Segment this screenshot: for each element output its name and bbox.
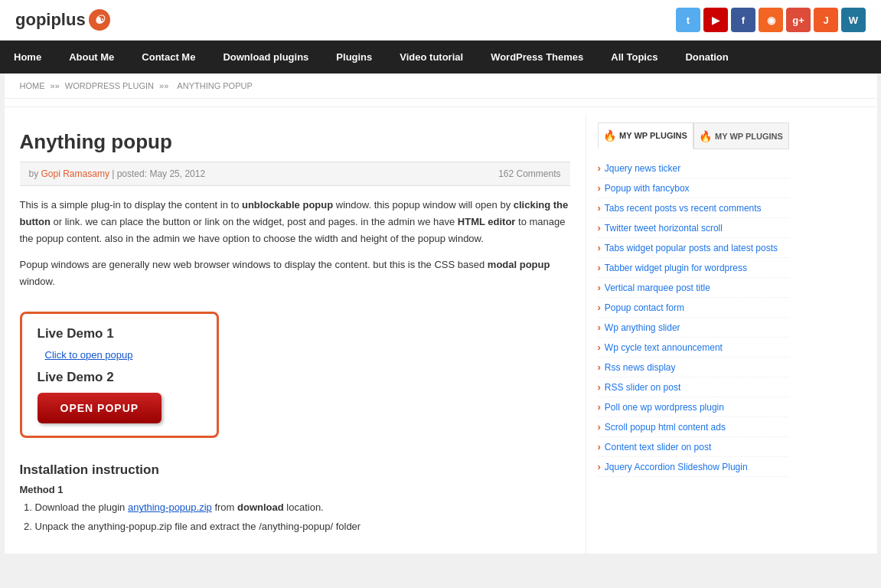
sidebar-plugin-link-6[interactable]: Vertical marquee post title: [605, 283, 710, 293]
install-steps-list: Download the plugin anything-popup.zip f…: [20, 500, 570, 535]
sidebar-plugin-link-13[interactable]: Scroll popup html content ads: [605, 422, 726, 433]
bold-modal: modal popup: [488, 259, 550, 270]
sidebar-tab-2[interactable]: 🔥 MY WP PLUGINS: [693, 122, 789, 149]
post-body: This is a simple plug-in to display the …: [20, 197, 570, 290]
sidebar-plugin-item: Vertical marquee post title: [598, 278, 789, 298]
sidebar-plugin-item: Jquery Accordion Slideshow Plugin: [598, 457, 789, 477]
sidebar-plugin-item: Tabs recent posts vs recent comments: [598, 198, 789, 218]
bold-unblockable: unblockable popup: [242, 199, 333, 211]
sidebar-plugin-item: Poll one wp wordpress plugin: [598, 397, 789, 417]
wordpress-icon[interactable]: W: [841, 8, 866, 32]
nav-contact[interactable]: Contact Me: [128, 41, 209, 74]
sidebar-plugin-link-14[interactable]: Content text slider on post: [605, 442, 711, 452]
flame-icon-2: 🔥: [699, 130, 712, 142]
sidebar-tab2-label: MY WP PLUGINS: [715, 132, 783, 141]
sidebar-plugin-item: Rss news display: [598, 358, 789, 377]
demo2-title: Live Demo 2: [38, 370, 201, 385]
sidebar-plugin-item: Scroll popup html content ads: [598, 417, 789, 437]
post-author: by Gopi Ramasamy | posted: May 25, 2012: [29, 168, 206, 179]
sidebar-plugin-link-15[interactable]: Jquery Accordion Slideshow Plugin: [605, 462, 748, 472]
post-paragraph-2: Popup windows are generally new web brow…: [20, 256, 570, 290]
flame-icon-1: 🔥: [603, 129, 616, 142]
nav-topics[interactable]: All Topics: [597, 41, 671, 74]
logo-text: gopiplus: [15, 10, 86, 30]
nav-themes[interactable]: WordPress Themes: [477, 41, 597, 74]
sidebar-plugins-list: Jquery news tickerPopup with fancyboxTab…: [598, 158, 789, 477]
nav-about[interactable]: About Me: [55, 41, 128, 74]
sidebar-plugin-item: Twitter tweet horizontal scroll: [598, 218, 789, 238]
sidebar-plugin-item: Wp cycle text announcement: [598, 338, 789, 358]
twitter-icon[interactable]: t: [676, 8, 700, 32]
nav-donation[interactable]: Donation: [671, 41, 742, 74]
install-title: Installation instruction: [20, 462, 570, 478]
install-step-2: Unpack the anything-popup.zip file and e…: [35, 519, 570, 535]
content-wrapper: Anything popup by Gopi Ramasamy | posted…: [5, 115, 877, 554]
sidebar-tabs: 🔥 MY WP PLUGINS 🔥 MY WP PLUGINS: [598, 122, 789, 149]
nav-download[interactable]: Download plugins: [209, 41, 322, 74]
sidebar-plugin-item: Popup contact form: [598, 298, 789, 318]
breadcrumb: HOME »» WORDPRESS PLUGIN »» ANYTHING POP…: [5, 74, 877, 99]
sidebar-plugin-item: Tabber widget plugin for wordpress: [598, 258, 789, 278]
sidebar-plugin-item: Wp anything slider: [598, 318, 789, 338]
sidebar-plugin-link-0[interactable]: Jquery news ticker: [605, 163, 680, 174]
sidebar-plugin-link-7[interactable]: Popup contact form: [605, 302, 684, 313]
post-comments: 162 Comments: [498, 168, 560, 179]
sidebar-plugin-link-12[interactable]: Poll one wp wordpress plugin: [605, 402, 724, 413]
download-link[interactable]: anything-popup.zip: [128, 501, 212, 513]
demo-box: Live Demo 1 Click to open popup Live Dem…: [20, 312, 219, 438]
site-logo[interactable]: gopiplus ☯: [15, 9, 110, 31]
page-wrapper: HOME »» WORDPRESS PLUGIN »» ANYTHING POP…: [5, 74, 877, 554]
sidebar-plugin-link-8[interactable]: Wp anything slider: [605, 322, 680, 333]
sidebar-plugin-link-5[interactable]: Tabber widget plugin for wordpress: [605, 263, 747, 273]
post-paragraph-1: This is a simple plug-in to display the …: [20, 197, 570, 247]
logo-icon: ☯: [89, 9, 110, 31]
social-icons-bar: t ▶ f ◉ g+ J W: [676, 8, 866, 32]
page-header: gopiplus ☯ t ▶ f ◉ g+ J W: [0, 0, 881, 41]
sidebar-plugin-link-2[interactable]: Tabs recent posts vs recent comments: [605, 203, 762, 214]
sidebar-plugin-item: Content text slider on post: [598, 437, 789, 457]
sidebar-plugin-item: Popup with fancybox: [598, 178, 789, 198]
breadcrumb-home[interactable]: HOME: [20, 81, 45, 90]
sidebar-plugin-item: Tabs widget popular posts and latest pos…: [598, 238, 789, 258]
facebook-icon[interactable]: f: [731, 8, 755, 32]
sidebar-plugin-link-10[interactable]: Rss news display: [605, 362, 676, 373]
rss-icon[interactable]: ◉: [759, 8, 783, 32]
sidebar-tab1-label: MY WP PLUGINS: [619, 131, 687, 140]
nav-plugins[interactable]: Plugins: [322, 41, 386, 74]
open-popup-button[interactable]: OPEN POPUP: [38, 393, 162, 423]
sidebar-plugin-link-11[interactable]: RSS slider on post: [605, 382, 680, 393]
nav-home[interactable]: Home: [0, 41, 55, 74]
author-link[interactable]: Gopi Ramasamy: [41, 168, 109, 179]
breadcrumb-sep1: »»: [51, 81, 62, 90]
breadcrumb-section[interactable]: WORDPRESS PLUGIN: [65, 81, 154, 90]
gplus-icon[interactable]: g+: [786, 8, 811, 32]
sidebar-plugin-link-9[interactable]: Wp cycle text announcement: [605, 342, 723, 353]
youtube-icon[interactable]: ▶: [703, 8, 728, 32]
sidebar-plugin-link-4[interactable]: Tabs widget popular posts and latest pos…: [605, 243, 778, 253]
post-date: posted: May 25, 2012: [117, 168, 205, 179]
main-navigation: Home About Me Contact Me Download plugin…: [0, 41, 881, 74]
sidebar-plugin-link-3[interactable]: Twitter tweet horizontal scroll: [605, 223, 723, 234]
joomla-icon[interactable]: J: [814, 8, 838, 32]
install-step-1: Download the plugin anything-popup.zip f…: [35, 500, 570, 516]
sidebar-plugin-link-1[interactable]: Popup with fancybox: [605, 183, 690, 194]
sidebar-plugin-item: Jquery news ticker: [598, 158, 789, 178]
post-title: Anything popup: [20, 130, 570, 154]
post-meta: by Gopi Ramasamy | posted: May 25, 2012 …: [20, 162, 570, 186]
breadcrumb-sep2: »»: [159, 81, 171, 90]
nav-video[interactable]: Video tutorial: [386, 41, 477, 74]
sidebar-tab-1[interactable]: 🔥 MY WP PLUGINS: [598, 122, 693, 149]
demo1-link[interactable]: Click to open popup: [45, 349, 201, 361]
method-title: Method 1: [20, 484, 570, 495]
main-content: Anything popup by Gopi Ramasamy | posted…: [5, 115, 586, 554]
sidebar: 🔥 MY WP PLUGINS 🔥 MY WP PLUGINS Jquery n…: [586, 115, 801, 554]
demo1-title: Live Demo 1: [38, 326, 201, 341]
breadcrumb-current: ANYTHING POPUP: [177, 81, 252, 90]
sidebar-plugin-item: RSS slider on post: [598, 377, 789, 397]
bold-html-editor: HTML editor: [458, 216, 516, 227]
